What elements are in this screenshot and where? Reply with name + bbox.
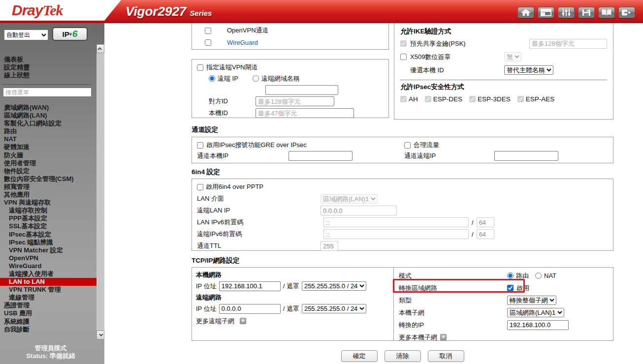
sidebar-item[interactable]: 頻寬管理 [0,183,96,191]
admin-mode-label: 管理員模式 [0,344,101,352]
peer-id-input[interactable] [256,96,334,106]
cancel-button[interactable]: 取消 [428,350,464,362]
local-subnet-label: 本機子網 [399,308,507,317]
sidebar-item[interactable]: 路由 [0,127,96,135]
mode-route-radio[interactable] [507,273,514,279]
scroll-up-icon[interactable] [96,44,104,53]
translate-type-select[interactable]: 轉換整個子網 [507,296,556,305]
sidebar-item[interactable]: VPN 與遠端存取 [0,199,96,207]
sidebar-item[interactable]: LAN to LAN [0,278,96,286]
remote-ip-radio[interactable] [209,75,215,82]
translate-enable-label: 啟用 [516,284,529,293]
sidebar-item[interactable]: 遠端存取控制 [0,207,96,214]
logout-icon[interactable] [618,7,635,18]
scroll-down-icon[interactable] [96,331,104,339]
remote-mask-label: / 遮罩 [283,304,299,313]
clear-button[interactable]: 清除 [385,350,421,362]
sidebar-item[interactable]: 硬體加速 [0,143,96,151]
translate-lan-label: 轉換區域網路 [399,284,507,293]
remote-domain-radio[interactable] [253,75,259,82]
sidebar-item[interactable]: 系統維護 [0,318,96,326]
ok-button[interactable]: 確定 [341,350,378,362]
settings-sliders-icon[interactable] [558,7,575,18]
action-buttons: 確定 清除 取消 [192,350,613,362]
psk-label: 預先共享金鑰(PSK) [410,39,466,48]
tunnel-box: 啟用IPsec撥號功能GRE over IPsec 通道本機IP 合理流量 通道… [192,137,613,163]
preferred-local-id-label: 優選本機 ID [410,66,444,75]
sidebar-scrollbar[interactable] [96,44,104,339]
remote-ipv6-prefix-length-input [477,229,494,239]
sidebar-item[interactable]: VPN Matcher 設定 [0,246,96,254]
translate-enable-checkbox[interactable] [507,285,514,291]
tcpip-section-heading: TCP/IP網路設定 [192,256,240,265]
sidebar-item[interactable]: VPN TRUNK 管理 [0,286,96,294]
sidebar-item[interactable]: USB 應用 [0,309,96,317]
lan-ipv6-prefix-label: LAN IPv6前置碼 [197,218,321,227]
tunnel-local-ip-input[interactable] [289,151,353,161]
sidebar-item[interactable]: PPP基本設定 [0,214,96,222]
local-id-input[interactable] [256,108,354,118]
sidebar-item[interactable]: 物件設定 [0,167,96,175]
tcpip-box: 本機網路 IP 位址 / 遮罩 255.255.255.0 / 24 遠端網路 … [192,267,613,341]
sidebar-item[interactable]: NAT [0,135,96,143]
ipv6-badge-button[interactable]: IPv6 [52,27,88,41]
server-type-checkbox[interactable] [205,39,211,46]
remote-ip-label2: IP 位址 [196,304,217,313]
sidebar-item[interactable]: 連線管理 [0,294,96,302]
remote-mask-select[interactable]: 255.255.255.0 / 24 [302,304,366,313]
sidebar-item[interactable]: 客製化入口網站設定 [0,120,96,127]
ike-heading: 允許IKE驗證方式 [400,27,607,37]
local-mask-select[interactable]: 255.255.255.0 / 24 [302,281,366,291]
specify-remote-gateway-label: 指定遠端VPN閘道 [206,63,258,72]
remote-ip-input[interactable] [219,304,281,314]
sidebar-item[interactable]: 廣域網路(WAN) [0,104,96,112]
sidebar-item[interactable]: WireGuard [0,262,96,270]
local-subnet-select[interactable]: 區域網路(LAN)1 [507,308,564,317]
mode-route-label: 路由 [516,272,529,280]
remote-gateway-input[interactable] [265,85,338,95]
qualify-traffic-checkbox[interactable] [404,142,411,149]
sidebar-item[interactable]: 設定精靈 [4,63,30,71]
sidebar-item[interactable]: IPsec 端點辨識 [0,239,96,246]
add-remote-subnet-icon[interactable] [240,318,246,324]
sidebar-footer: 管理員模式 Status: 準備就緒 [0,344,101,360]
wizard-panels-icon[interactable] [538,7,554,18]
sidebar-item[interactable]: 防火牆 [0,152,96,159]
sidebar-item[interactable]: 儀表板 [4,56,30,63]
preferred-local-id-select[interactable]: 替代主體名稱 [504,65,553,75]
home-icon[interactable] [517,7,534,18]
local-ip-input[interactable] [219,281,281,291]
save-icon[interactable] [578,7,595,18]
sidebar-item[interactable]: 區域網路(LAN) [0,112,96,120]
header: DrayTek Vigor2927Series [0,0,643,23]
ipsec-proposal-checkbox [517,96,524,102]
remote-network-heading: 遠端網路 [196,292,393,303]
sidebar-item[interactable]: 憑證管理 [0,302,96,309]
sidebar-item[interactable]: 使用者管理 [0,159,96,167]
auto-logout-select[interactable]: 自動登出 [4,30,48,40]
draytek-logo: DrayTek [12,2,63,19]
sidebar-item[interactable]: 遠端撥入使用者 [0,270,96,278]
sidebar-item[interactable]: SSL基本設定 [0,222,96,230]
manual-book-icon[interactable] [598,7,615,18]
mode-nat-radio[interactable] [535,273,542,279]
tunnel-remote-ip-input[interactable] [494,151,558,161]
sidebar-item[interactable]: 線上狀態 [4,71,30,79]
gre-over-ipsec-checkbox[interactable] [197,142,203,149]
sidebar-item[interactable]: 其他應用 [0,191,96,199]
sidebar-item[interactable]: IPsec基本設定 [0,231,96,239]
server-type-label: OpenVPN通道 [227,26,269,35]
sixin4-section-heading: 6in4 設定 [192,168,220,177]
sidebar-item[interactable]: 自我診斷 [0,326,96,334]
peer-id-label: 對方ID [209,97,256,106]
slash-separator: / [472,231,474,238]
x509-checkbox[interactable] [400,54,407,60]
sidebar-item[interactable]: 數位內容安全管理(CSM) [0,175,96,183]
menu-search-input[interactable] [3,88,92,97]
enable-6in4-checkbox[interactable] [197,184,203,190]
server-type-checkbox[interactable] [205,28,211,34]
add-local-subnet-icon[interactable] [440,334,447,340]
sidebar-item[interactable]: OpenVPN [0,254,96,262]
translated-ip-input[interactable] [507,320,569,330]
specify-remote-gateway-checkbox[interactable] [197,64,203,71]
